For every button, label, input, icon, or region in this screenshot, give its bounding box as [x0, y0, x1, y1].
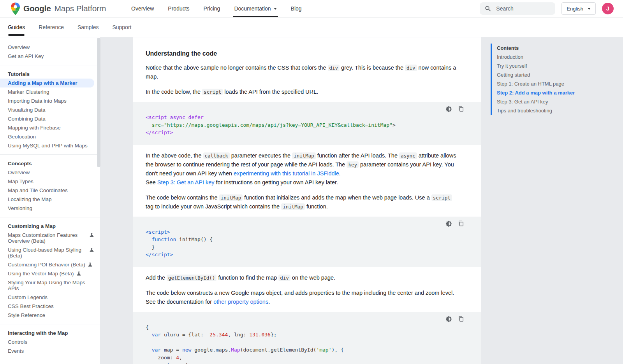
copy-code-icon — [458, 106, 464, 112]
tab-reference[interactable]: Reference — [39, 18, 64, 37]
sidebar-item-label: Controls — [8, 339, 95, 345]
sidebar-item-get-an-api-key[interactable]: Get an API Key — [0, 52, 100, 61]
code-token: uluru = {lat: — [161, 332, 206, 338]
toc-item-step-3-get-an-api-key[interactable]: Step 3: Get an API key — [497, 97, 621, 106]
header-nav-products[interactable]: Products — [168, 0, 189, 17]
text-run: See — [146, 179, 157, 186]
header-nav-pricing[interactable]: Pricing — [204, 0, 220, 17]
doc-tab-bar: GuidesReferenceSamplesSupport — [0, 18, 623, 37]
code-line: var uluru = {lat: -25.344, lng: 131.036}… — [146, 331, 464, 339]
sidebar-item-using-cloud-based-map-styling-beta[interactable]: Using Cloud-based Map Styling (Beta) — [0, 245, 100, 260]
sidebar-item-overview[interactable]: Overview — [0, 168, 100, 177]
inline-code: callback — [203, 152, 230, 159]
sidebar-item-localizing-the-map[interactable]: Localizing the Map — [0, 195, 100, 204]
code-token: new — [182, 347, 191, 353]
header-actions: English J — [480, 2, 614, 15]
code-line: { — [146, 324, 464, 331]
sidebar-item-label: Localizing the Map — [8, 196, 95, 202]
sidebar-item-style-reference[interactable]: Style Reference — [0, 311, 100, 320]
code-line: src="https://maps.googleapis.com/maps/ap… — [146, 121, 464, 129]
sidebar-item-label: Get an API Key — [8, 53, 95, 59]
sidebar-item-visualizing-data[interactable]: Visualizing Data — [0, 105, 100, 114]
header-nav-overview[interactable]: Overview — [131, 0, 154, 17]
language-selector[interactable]: English — [561, 2, 596, 15]
dark-code-theme-button[interactable] — [445, 316, 452, 323]
sidebar-item-overview[interactable]: Overview — [0, 43, 100, 52]
sidebar-item-map-types[interactable]: Map Types — [0, 177, 100, 186]
search-box[interactable] — [480, 2, 555, 15]
dark-code-theme-icon — [445, 316, 452, 322]
text-run: The code below constructs a new Google m… — [146, 290, 454, 305]
search-input[interactable] — [495, 5, 551, 12]
text-link[interactable]: experimenting with this tutorial in JSFi… — [234, 170, 339, 177]
product-text: Maps Platform — [55, 4, 106, 13]
sidebar-item-events[interactable]: Events — [0, 346, 100, 355]
dark-code-theme-icon — [445, 220, 452, 227]
sidebar-item-label: Using Cloud-based Map Styling (Beta) — [8, 247, 86, 259]
code-token: } — [146, 244, 155, 250]
toc-item-step-2-add-a-map-with-a-marker[interactable]: Step 2: Add a map with a marker — [497, 88, 621, 97]
code-token: (document.getElementById( — [240, 347, 317, 353]
header-nav-documentation[interactable]: Documentation — [234, 0, 276, 17]
tab-support[interactable]: Support — [112, 18, 131, 37]
code-line: <script async defer — [146, 114, 464, 121]
code-token: > — [392, 122, 396, 128]
sidebar-item-controls[interactable]: Controls — [0, 338, 100, 346]
copy-code-button[interactable] — [458, 316, 464, 323]
sidebar-item-label: CSS Best Practices — [8, 303, 95, 309]
toc-item-getting-started[interactable]: Getting started — [497, 70, 621, 79]
sidebar-divider — [0, 217, 100, 217]
beta-flask-icon — [89, 247, 95, 253]
sidebar-item-combining-data[interactable]: Combining Data — [0, 114, 100, 123]
sidebar-item-label: Combining Data — [8, 116, 95, 122]
toc-item-step-1-create-an-html-page[interactable]: Step 1: Create an HTML page — [497, 79, 621, 88]
logo[interactable]: Google Maps Platform — [11, 0, 106, 17]
text-run: function after the API loads. The — [316, 152, 399, 159]
paragraph: In the above code, the callback paramete… — [146, 151, 458, 187]
sidebar-item-custom-legends[interactable]: Custom Legends — [0, 293, 100, 302]
text-link[interactable]: other property options — [213, 299, 268, 305]
copy-code-button[interactable] — [458, 220, 464, 228]
nav-label: Overview — [131, 5, 154, 12]
toc-item-introduction[interactable]: Introduction — [497, 52, 621, 61]
sidebar-item-geolocation[interactable]: Geolocation — [0, 132, 100, 141]
dark-code-theme-button[interactable] — [445, 106, 452, 113]
tab-guides[interactable]: Guides — [8, 18, 25, 37]
text-run: function that initializes and adds the m… — [243, 194, 431, 201]
toc-item-tips-and-troubleshooting[interactable]: Tips and troubleshooting — [497, 106, 621, 115]
inline-code: div — [328, 65, 340, 71]
sidebar-item-versioning[interactable]: Versioning — [0, 204, 100, 213]
contents-title: Contents — [497, 44, 621, 52]
code-token: </script> — [146, 130, 173, 135]
nav-label: Pricing — [204, 5, 220, 12]
dark-code-theme-button[interactable] — [445, 220, 452, 228]
inline-code: initMap — [281, 203, 305, 210]
text-link[interactable]: Step 3: Get an API key — [157, 179, 215, 186]
sidebar-item-styling-your-map-using-the-maps-apis[interactable]: Styling Your Map Using the Maps APIs — [0, 278, 100, 293]
tab-samples[interactable]: Samples — [77, 18, 99, 37]
sidebar-item-marker-clustering[interactable]: Marker Clustering — [0, 88, 100, 96]
beta-flask-icon — [87, 262, 93, 268]
inline-code: initMap — [219, 194, 243, 201]
sidebar-item-customizing-poi-behavior-beta[interactable]: Customizing POI Behavior (Beta) — [0, 260, 100, 269]
sidebar-item-adding-a-map-with-a-marker[interactable]: Adding a Map with a Marker — [0, 79, 94, 88]
toc-item-try-it-yourself[interactable]: Try it yourself — [497, 61, 621, 70]
avatar[interactable]: J — [602, 3, 614, 14]
sidebar-item-importing-data-into-maps[interactable]: Importing Data into Maps — [0, 96, 100, 105]
code-block-actions — [146, 316, 464, 323]
sidebar-item-css-best-practices[interactable]: CSS Best Practices — [0, 302, 100, 311]
code-line: </script> — [146, 129, 464, 136]
sidebar-item-maps-customization-features-overview-beta[interactable]: Maps Customization Features Overview (Be… — [0, 231, 100, 245]
sidebar-scrollbar[interactable] — [97, 38, 100, 167]
code-text: <script> function initMap() { }</script> — [146, 228, 464, 259]
sidebar-item-using-the-vector-map-beta[interactable]: Using the Vector Map (Beta) — [0, 269, 100, 278]
copy-code-button[interactable] — [458, 106, 464, 113]
sidebar-item-map-and-tile-coordinates[interactable]: Map and Tile Coordinates — [0, 186, 100, 195]
text-run: function. — [305, 203, 328, 210]
sidebar-item-mapping-with-firebase[interactable]: Mapping with Firebase — [0, 123, 100, 132]
sidebar-item-using-mysql-and-php-with-maps[interactable]: Using MySQL and PHP with Maps — [0, 141, 100, 150]
inline-code: getElementById() — [167, 275, 216, 281]
code-token: initMap() { — [176, 236, 213, 242]
paragraph: In the code below, the script loads the … — [146, 88, 458, 96]
header-nav-blog[interactable]: Blog — [291, 0, 302, 17]
